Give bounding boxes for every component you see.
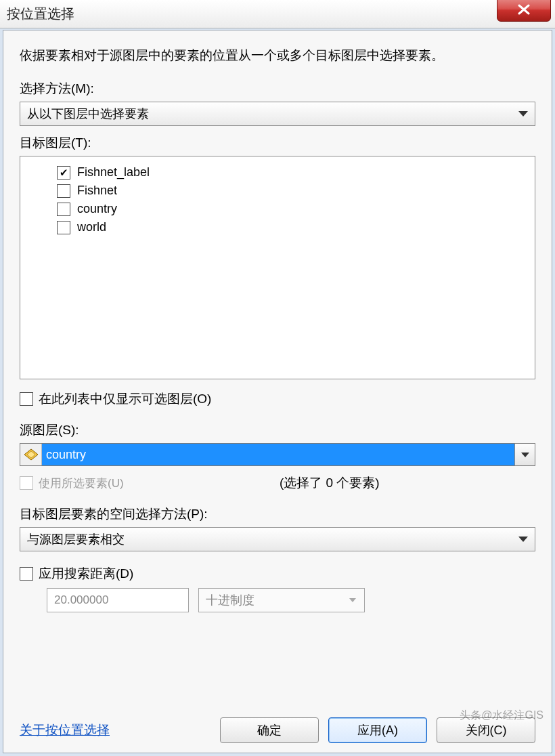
apply-distance-row: 应用搜索距离(D) <box>20 565 535 583</box>
apply-distance-checkbox[interactable] <box>20 567 33 581</box>
close-button[interactable] <box>497 0 551 22</box>
target-layers-label: 目标图层(T): <box>20 134 535 152</box>
distance-value: 20.000000 <box>54 593 108 607</box>
apply-distance-label: 应用搜索距离(D) <box>39 565 133 583</box>
apply-button-label: 应用(A) <box>357 722 398 738</box>
spatial-method-label: 目标图层要素的空间选择方法(P): <box>20 505 535 523</box>
target-layers-list[interactable]: Fishnet_label Fishnet country world <box>20 156 535 379</box>
use-selected-row: 使用所选要素(U) (选择了 0 个要素) <box>20 474 535 492</box>
chevron-down-icon <box>518 111 528 117</box>
distance-unit-select[interactable]: 十进制度 <box>198 588 365 612</box>
chevron-down-icon <box>518 537 528 542</box>
layer-row[interactable]: world <box>28 218 527 236</box>
use-selected-checkbox <box>20 476 33 490</box>
layer-checkbox[interactable] <box>57 184 70 198</box>
selected-count-text: (选择了 0 个要素) <box>124 474 535 492</box>
source-layer-dropdown-button[interactable] <box>514 444 535 465</box>
close-icon <box>517 4 531 15</box>
layer-row[interactable]: country <box>28 200 527 218</box>
method-select-value: 从以下图层中选择要素 <box>27 106 149 122</box>
only-selectable-label: 在此列表中仅显示可选图层(O) <box>39 390 211 408</box>
intro-text: 依据要素相对于源图层中的要素的位置从一个或多个目标图层中选择要素。 <box>20 45 535 65</box>
distance-input[interactable]: 20.000000 <box>47 588 189 612</box>
layer-checkbox[interactable] <box>57 221 70 234</box>
help-link[interactable]: 关于按位置选择 <box>20 721 110 739</box>
layer-checkbox[interactable] <box>57 166 70 180</box>
use-selected-label: 使用所选要素(U) <box>39 476 124 491</box>
only-selectable-checkbox[interactable] <box>20 392 33 406</box>
client-area: 依据要素相对于源图层中的要素的位置从一个或多个目标图层中选择要素。 选择方法(M… <box>3 30 552 753</box>
ok-button-label: 确定 <box>257 722 282 738</box>
window-title: 按位置选择 <box>7 5 74 23</box>
source-layer-select[interactable]: country <box>20 443 535 466</box>
footer: 关于按位置选择 确定 应用(A) 关闭(C) <box>20 717 535 743</box>
chevron-down-icon <box>349 598 356 602</box>
use-selected-group: 使用所选要素(U) <box>20 476 124 491</box>
ok-button[interactable]: 确定 <box>220 717 319 743</box>
layer-icon-slot <box>20 444 42 465</box>
chevron-down-icon <box>521 453 529 457</box>
layer-name: country <box>77 202 117 216</box>
dialog-window: 按位置选择 依据要素相对于源图层中的要素的位置从一个或多个目标图层中选择要素。 … <box>0 0 555 756</box>
layer-row[interactable]: Fishnet_label <box>28 163 527 182</box>
source-layer-label: 源图层(S): <box>20 421 535 439</box>
polygon-layer-icon <box>24 448 39 461</box>
layer-checkbox[interactable] <box>57 203 70 216</box>
spatial-method-select[interactable]: 与源图层要素相交 <box>20 527 535 551</box>
titlebar: 按位置选择 <box>0 0 555 28</box>
distance-unit-value: 十进制度 <box>206 592 254 608</box>
method-select[interactable]: 从以下图层中选择要素 <box>20 102 535 126</box>
only-selectable-row: 在此列表中仅显示可选图层(O) <box>20 390 535 408</box>
close-dialog-button[interactable]: 关闭(C) <box>437 717 535 743</box>
method-label: 选择方法(M): <box>20 80 535 98</box>
layer-name: world <box>77 220 106 234</box>
spatial-method-value: 与源图层要素相交 <box>27 531 125 547</box>
layer-name: Fishnet <box>77 184 117 198</box>
layer-row[interactable]: Fishnet <box>28 182 527 200</box>
layer-name: Fishnet_label <box>77 165 150 180</box>
apply-button[interactable]: 应用(A) <box>328 717 427 743</box>
distance-row: 20.000000 十进制度 <box>20 588 535 612</box>
close-button-label: 关闭(C) <box>466 722 507 738</box>
source-layer-value: country <box>42 444 514 465</box>
